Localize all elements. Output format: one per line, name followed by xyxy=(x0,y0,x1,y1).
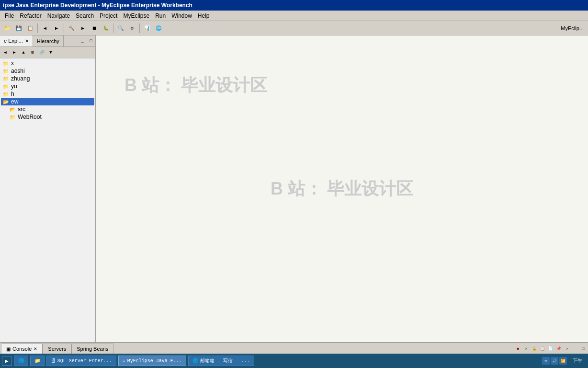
tree-item-ew[interactable]: 📂 ew xyxy=(1,98,94,105)
menu-run[interactable]: Run xyxy=(152,12,169,20)
up-btn[interactable]: ▲ xyxy=(19,48,28,57)
link-btn[interactable]: 🔗 xyxy=(37,48,46,57)
console-maximize-btn[interactable]: □ xyxy=(579,345,587,353)
toolbar-btn-1[interactable]: 📁 xyxy=(2,23,12,34)
close-tab-explorer[interactable]: ✕ xyxy=(25,38,29,44)
start-button[interactable]: ▶ xyxy=(2,356,12,366)
tree-item-zhuang[interactable]: 📁 zhuang xyxy=(1,75,94,82)
tree-item-h[interactable]: 📁 h xyxy=(1,90,94,98)
title-text: ipse Java Enterprise Development - MyEcl… xyxy=(3,2,192,9)
menu-help[interactable]: Help xyxy=(195,12,213,20)
console-tabs: ▣ Console ✕ Servers Spring Beans ■ ✕ 🔒 📋… xyxy=(0,343,588,355)
toolbar: 📁 💾 📋 ◀ ▶ 🔨 ▶ ⏹ 🐛 🔍 ⚙ 📊 🌐 MyEclip... xyxy=(0,21,588,35)
taskbar-item-mail[interactable]: 🌐 邮箱箱 - 写信 - ... xyxy=(188,356,254,366)
console-minimize-btn[interactable]: _ xyxy=(571,345,579,353)
close-console-tab[interactable]: ✕ xyxy=(34,346,37,351)
open-external-btn[interactable]: ↗ xyxy=(563,345,571,353)
toolbar-btn-2[interactable]: 💾 xyxy=(13,23,24,34)
console-tab-console[interactable]: ▣ Console ✕ xyxy=(1,344,43,354)
tab-hierarchy[interactable]: Hierarchy xyxy=(33,35,64,46)
view-menu-btn[interactable]: ▼ xyxy=(46,48,55,57)
back-btn[interactable]: ◀ xyxy=(1,48,10,57)
toolbar-sep-4 xyxy=(139,23,140,33)
copy-btn[interactable]: 📋 xyxy=(539,345,546,353)
toolbar-btn-12[interactable]: 📊 xyxy=(142,23,152,34)
maximize-btn[interactable]: □ xyxy=(87,37,95,46)
webroot-icon: 📁 xyxy=(10,115,16,120)
file-tree: 📁 x 📁 aoshi 📁 zhuang 📁 yu 📁 h 📂 ew xyxy=(0,58,95,342)
menu-project[interactable]: Project xyxy=(97,12,120,20)
tree-item-src[interactable]: 📂 src xyxy=(8,105,94,113)
taskbar-item-ie[interactable]: 🌐 xyxy=(14,356,28,366)
left-tabs: e Expl... ✕ Hierarchy _ □ xyxy=(0,35,95,47)
menu-navigate[interactable]: Navigate xyxy=(45,12,73,20)
minimize-btn[interactable]: _ xyxy=(78,37,87,46)
collapse-btn[interactable]: ⊟ xyxy=(28,48,37,57)
folder-open-icon: 📂 xyxy=(3,99,10,104)
menu-search[interactable]: Search xyxy=(73,12,97,20)
clear-btn[interactable]: ✕ xyxy=(522,345,530,353)
taskbar-item-myeclipse[interactable]: ☕ MyEclipse Java E... xyxy=(118,356,186,366)
tray-icon-1: ⌨ xyxy=(542,357,550,365)
tab-package-explorer[interactable]: e Expl... ✕ xyxy=(0,35,33,46)
tray-icon-2: 🔊 xyxy=(551,357,558,365)
tray-icon-3: 📶 xyxy=(559,357,567,365)
tree-item-webroot[interactable]: 📁 WebRoot xyxy=(8,113,94,121)
menu-refactor[interactable]: Refactor xyxy=(17,12,44,20)
toolbar-sep-1 xyxy=(37,23,38,33)
forward-btn[interactable]: ▶ xyxy=(10,48,19,57)
toolbar-btn-9[interactable]: 🐛 xyxy=(101,23,111,34)
toolbar-btn-8[interactable]: ⏹ xyxy=(89,23,100,34)
toolbar-btn-13[interactable]: 🌐 xyxy=(153,23,164,34)
editor-area: B 站： 毕业设计区 B 站： 毕业设计区 xyxy=(96,35,588,342)
tree-item-yu[interactable]: 📁 yu xyxy=(1,82,94,90)
paste-btn[interactable]: 📄 xyxy=(547,345,554,353)
taskbar-item-sqlserver[interactable]: 🗄 SQL Server Enter... xyxy=(46,356,116,366)
folder-icon: 📁 xyxy=(3,61,10,66)
tree-item-x[interactable]: 📁 x xyxy=(1,59,94,67)
toolbar-btn-6[interactable]: 🔨 xyxy=(66,23,77,34)
toolbar-btn-7[interactable]: ▶ xyxy=(78,23,88,34)
watermark-top: B 站： 毕业设计区 xyxy=(124,74,267,97)
scroll-lock-btn[interactable]: 🔒 xyxy=(531,345,538,353)
toolbar-btn-4[interactable]: ◀ xyxy=(40,23,50,34)
toolbar-btn-3[interactable]: 📋 xyxy=(25,23,35,34)
folder-icon: 📁 xyxy=(3,69,10,74)
menu-bar: File Refactor Navigate Search Project My… xyxy=(0,11,588,21)
console-tab-spring[interactable]: Spring Beans xyxy=(71,344,113,354)
title-bar: ipse Java Enterprise Development - MyEcl… xyxy=(0,0,588,11)
stop-btn[interactable]: ■ xyxy=(514,345,522,353)
toolbar-sep-2 xyxy=(64,23,64,33)
src-icon: 📂 xyxy=(10,107,16,112)
console-toolbar: ■ ✕ 🔒 📋 📄 📌 ↗ _ □ xyxy=(514,345,587,353)
menu-myeclipse[interactable]: MyEclipse xyxy=(120,12,152,20)
tree-item-aoshi[interactable]: 📁 aoshi xyxy=(1,67,94,75)
toolbar-btn-10[interactable]: 🔍 xyxy=(115,23,126,34)
console-tab-servers[interactable]: Servers xyxy=(43,344,71,354)
folder-icon: 📁 xyxy=(3,76,10,81)
toolbar-btn-5[interactable]: ▶ xyxy=(51,23,62,34)
pin-btn[interactable]: 📌 xyxy=(555,345,563,353)
toolbar-sep-3 xyxy=(113,23,113,33)
system-tray: ⌨ 🔊 📶 xyxy=(542,357,567,365)
menu-file[interactable]: File xyxy=(2,12,17,20)
taskbar-item-explorer[interactable]: 📁 xyxy=(30,356,45,366)
myeclipse-label: MyEclip... xyxy=(558,23,586,34)
menu-window[interactable]: Window xyxy=(169,12,195,20)
watermark-center: B 站： 毕业设计区 xyxy=(271,177,413,201)
folder-icon: 📁 xyxy=(3,84,10,89)
taskbar-clock: 下午 xyxy=(569,356,586,365)
main-layout: e Expl... ✕ Hierarchy _ □ ◀ ▶ ▲ ⊟ 🔗 ▼ 📁 … xyxy=(0,35,588,342)
taskbar: ▶ 🌐 📁 🗄 SQL Server Enter... ☕ MyEclipse … xyxy=(0,354,588,368)
left-toolbar: ◀ ▶ ▲ ⊟ 🔗 ▼ xyxy=(0,47,95,58)
left-panel: e Expl... ✕ Hierarchy _ □ ◀ ▶ ▲ ⊟ 🔗 ▼ 📁 … xyxy=(0,35,96,342)
toolbar-btn-11[interactable]: ⚙ xyxy=(127,23,137,34)
folder-icon: 📁 xyxy=(3,92,10,97)
